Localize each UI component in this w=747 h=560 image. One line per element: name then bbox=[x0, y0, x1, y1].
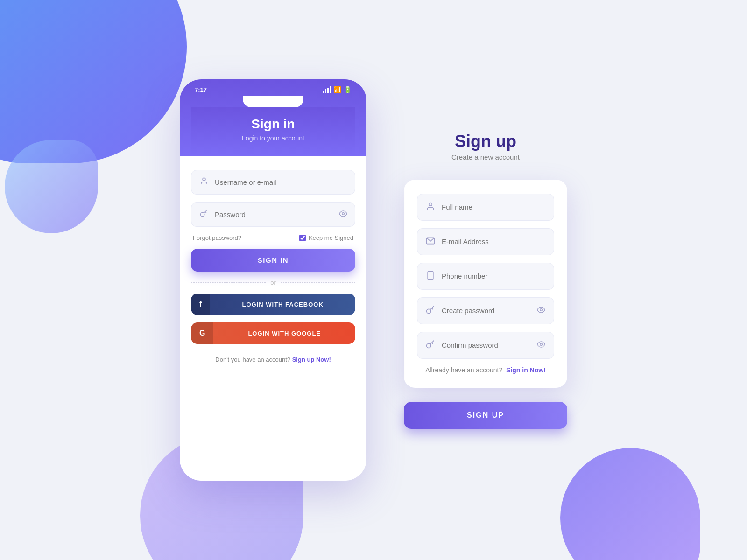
already-text: Allready have an account? bbox=[425, 366, 502, 374]
signin-now-link[interactable]: Sign in Now! bbox=[506, 366, 546, 374]
svg-point-9 bbox=[427, 343, 431, 348]
or-line-left bbox=[191, 282, 266, 283]
or-divider: or bbox=[191, 279, 355, 286]
wifi-icon: 📶 bbox=[333, 86, 341, 93]
confirm-password-input[interactable] bbox=[442, 341, 530, 349]
phone-header: Sign in Login to your account bbox=[191, 107, 355, 156]
signin-button[interactable]: SIGN IN bbox=[191, 249, 355, 272]
signup-subtitle: Create a new account bbox=[451, 153, 520, 161]
phone-notch bbox=[243, 96, 303, 107]
key-icon bbox=[426, 305, 435, 316]
battery-icon: 🔋 bbox=[344, 86, 352, 93]
keep-signed-label[interactable]: Keep me Signed bbox=[299, 234, 353, 241]
svg-point-2 bbox=[342, 212, 345, 215]
google-login-button[interactable]: G LOGIN WITH GOOGLE bbox=[191, 322, 355, 344]
google-label: LOGIN WITH GOOGLE bbox=[213, 330, 355, 337]
forgot-password-link[interactable]: Forgot password? bbox=[193, 234, 241, 241]
keep-signed-text: Keep me Signed bbox=[309, 234, 353, 241]
keep-signed-checkbox[interactable] bbox=[299, 235, 306, 241]
signup-section: Sign up Create a new account bbox=[404, 132, 567, 429]
confirm-password-field bbox=[417, 332, 554, 359]
confirm-password-eye-icon[interactable] bbox=[537, 340, 545, 350]
forgot-row: Forgot password? Keep me Signed bbox=[191, 234, 355, 241]
create-password-input[interactable] bbox=[442, 307, 530, 315]
or-line-right bbox=[281, 282, 355, 283]
create-password-eye-icon[interactable] bbox=[537, 306, 545, 316]
signin-phone-mockup: 7:17 📶 🔋 Sign in Login to your account bbox=[180, 79, 366, 481]
fullname-input[interactable] bbox=[442, 203, 545, 211]
user-icon bbox=[199, 177, 209, 188]
signup-button[interactable]: SIGN UP bbox=[404, 402, 567, 429]
user-icon bbox=[426, 202, 435, 213]
svg-point-0 bbox=[203, 178, 205, 181]
signin-subtitle: Login to your account bbox=[202, 134, 344, 142]
svg-point-10 bbox=[540, 343, 543, 345]
signin-title: Sign in bbox=[202, 117, 344, 132]
status-icons: 📶 🔋 bbox=[323, 86, 352, 93]
signup-prompt-text: Don't you have an account? bbox=[215, 356, 290, 363]
email-icon bbox=[426, 236, 435, 247]
signup-title: Sign up bbox=[451, 132, 520, 151]
signin-prompt: Allready have an account? Sign in Now! bbox=[417, 366, 554, 374]
main-container: 7:17 📶 🔋 Sign in Login to your account bbox=[0, 0, 747, 560]
or-text: or bbox=[270, 279, 276, 286]
phone-notch-area: 7:17 📶 🔋 Sign in Login to your account bbox=[180, 79, 366, 156]
key-icon-confirm bbox=[426, 340, 435, 351]
username-field bbox=[191, 170, 355, 195]
create-password-field bbox=[417, 297, 554, 324]
svg-point-8 bbox=[540, 308, 543, 311]
phone-icon bbox=[426, 271, 435, 282]
email-input[interactable] bbox=[442, 238, 545, 245]
phone-input[interactable] bbox=[442, 272, 545, 280]
signin-footer: Don't you have an account? Sign up Now! bbox=[191, 356, 355, 363]
signup-now-link[interactable]: Sign up Now! bbox=[292, 356, 331, 363]
fullname-field bbox=[417, 194, 554, 221]
signal-icon bbox=[323, 86, 331, 93]
svg-point-1 bbox=[201, 213, 204, 217]
facebook-label: LOGIN WITH FACEBOOK bbox=[210, 301, 355, 308]
password-input[interactable] bbox=[215, 210, 333, 218]
username-input[interactable] bbox=[215, 178, 347, 186]
phone-body: Forgot password? Keep me Signed SIGN IN … bbox=[180, 156, 366, 481]
signup-header: Sign up Create a new account bbox=[451, 132, 520, 161]
phone-time: 7:17 bbox=[195, 86, 207, 93]
email-field bbox=[417, 228, 554, 255]
google-icon: G bbox=[191, 322, 213, 344]
phone-field bbox=[417, 263, 554, 290]
password-field bbox=[191, 202, 355, 227]
key-icon bbox=[199, 209, 209, 220]
phone-status-bar: 7:17 📶 🔋 bbox=[191, 79, 355, 96]
svg-point-3 bbox=[429, 203, 432, 206]
signup-card: Allready have an account? Sign in Now! bbox=[404, 180, 567, 388]
password-eye-icon[interactable] bbox=[339, 210, 347, 220]
svg-point-7 bbox=[427, 309, 431, 313]
facebook-login-button[interactable]: f LOGIN WITH FACEBOOK bbox=[191, 294, 355, 315]
facebook-icon: f bbox=[191, 294, 210, 315]
